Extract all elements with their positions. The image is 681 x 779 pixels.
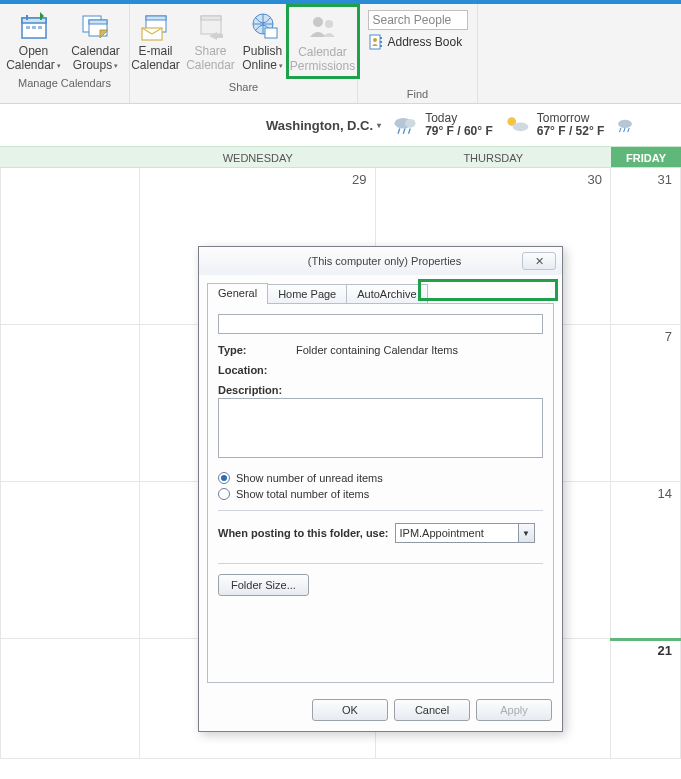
calendar-cell[interactable]: 21	[611, 639, 681, 759]
calendar-cell[interactable]	[0, 168, 140, 325]
share-calendar-button: Share Calendar	[184, 6, 238, 79]
date-number: 30	[588, 172, 602, 187]
calendar-cell[interactable]: 31	[611, 168, 681, 325]
svg-rect-20	[380, 37, 382, 39]
weather-today: Today 79° F / 60° F	[391, 112, 493, 138]
date-number: 7	[665, 329, 672, 344]
svg-line-27	[403, 129, 405, 134]
date-number: 29	[352, 172, 366, 187]
partly-cloudy-icon	[503, 114, 531, 136]
day-header-wed: WEDNESDAY	[140, 147, 376, 167]
tab-autoarchive[interactable]: AutoArchive	[346, 284, 427, 304]
svg-rect-5	[32, 26, 36, 29]
svg-line-34	[628, 128, 629, 132]
radio-unread-items[interactable]: Show number of unread items	[218, 472, 543, 484]
calendar-groups-icon	[80, 10, 112, 42]
svg-rect-6	[38, 26, 42, 29]
calendar-permissions-label: Calendar Permissions	[290, 45, 355, 74]
dropdown-icon: ▼	[518, 524, 534, 542]
calendar-groups-label: Calendar Groups	[71, 44, 120, 72]
calendar-permissions-button: Calendar Permissions	[286, 4, 360, 79]
dialog-tabs: General Home Page AutoArchive	[207, 281, 554, 303]
weather-location[interactable]: Washington, D.C. ▾	[266, 118, 381, 133]
svg-point-23	[373, 38, 377, 42]
svg-point-17	[313, 17, 323, 27]
ok-button[interactable]: OK	[312, 699, 388, 721]
radio-unread-label: Show number of unread items	[236, 472, 383, 484]
email-calendar-icon	[140, 10, 172, 42]
svg-rect-21	[380, 41, 382, 43]
svg-rect-14	[201, 16, 221, 20]
dropdown-icon: ▾	[114, 62, 118, 69]
svg-rect-22	[380, 45, 382, 47]
tab-home-page[interactable]: Home Page	[267, 284, 347, 304]
publish-online-icon	[247, 10, 279, 42]
svg-point-25	[405, 119, 416, 128]
open-calendar-button[interactable]: Open Calendar▾	[3, 6, 65, 75]
dialog-titlebar[interactable]: (This computer only) Properties ✕	[199, 247, 562, 275]
date-number: 14	[658, 486, 672, 501]
close-icon: ✕	[535, 255, 544, 268]
day-header-thu: THURSDAY	[376, 147, 612, 167]
radio-icon	[218, 488, 230, 500]
posting-value: IPM.Appointment	[396, 524, 518, 542]
folder-size-button[interactable]: Folder Size...	[218, 574, 309, 596]
tab-panel-general: Type: Folder containing Calendar Items L…	[207, 303, 554, 683]
svg-line-33	[624, 128, 625, 132]
share-calendar-label: Share Calendar	[186, 44, 235, 73]
cancel-button[interactable]: Cancel	[394, 699, 470, 721]
email-calendar-button[interactable]: E-mail Calendar	[128, 6, 184, 79]
svg-line-26	[398, 129, 400, 134]
search-people-input[interactable]: Search People	[368, 10, 468, 30]
publish-online-label: Publish Online	[242, 44, 282, 72]
dropdown-icon: ▾	[377, 121, 381, 130]
dialog-title: (This computer only) Properties	[207, 255, 522, 267]
posting-label: When posting to this folder, use:	[218, 527, 389, 539]
address-book-icon	[368, 34, 384, 50]
tab-general[interactable]: General	[207, 283, 268, 304]
calendar-cell[interactable]	[0, 325, 140, 482]
type-label: Type:	[218, 344, 288, 356]
address-book-button[interactable]: Address Book	[368, 32, 468, 52]
svg-rect-4	[26, 26, 30, 29]
highlight-marker	[418, 279, 558, 301]
svg-line-28	[409, 129, 411, 134]
ribbon: Open Calendar▾ Calendar Groups▾ Manage C…	[0, 4, 681, 104]
svg-line-32	[620, 128, 621, 132]
calendar-cell[interactable]: 7	[611, 325, 681, 482]
group-share-label: Share	[229, 79, 258, 96]
radio-total-label: Show total number of items	[236, 488, 369, 500]
calendar-cell[interactable]	[0, 639, 140, 759]
svg-point-30	[512, 122, 528, 131]
dropdown-icon: ▾	[279, 62, 283, 69]
date-number: 21	[658, 643, 672, 658]
type-value: Folder containing Calendar Items	[296, 344, 458, 356]
date-number: 31	[658, 172, 672, 187]
folder-name-input[interactable]	[218, 314, 543, 334]
properties-dialog: (This computer only) Properties ✕ Genera…	[198, 246, 563, 732]
svg-rect-16	[265, 28, 277, 38]
day-header	[0, 147, 140, 167]
description-input[interactable]	[218, 398, 543, 458]
calendar-groups-button[interactable]: Calendar Groups▾	[65, 6, 127, 75]
calendar-cell[interactable]	[0, 482, 140, 639]
svg-point-18	[325, 20, 333, 28]
share-calendar-icon	[195, 10, 227, 42]
radio-total-items[interactable]: Show total number of items	[218, 488, 543, 500]
day-header-row: WEDNESDAY THURSDAY FRIDAY	[0, 146, 681, 168]
group-manage-label: Manage Calendars	[18, 75, 111, 92]
open-calendar-label: Open Calendar	[6, 44, 55, 72]
weather-location-label: Washington, D.C.	[266, 118, 373, 133]
radio-icon	[218, 472, 230, 484]
group-find-label: Find	[407, 86, 428, 103]
posting-form-select[interactable]: IPM.Appointment ▼	[395, 523, 535, 543]
dropdown-icon: ▾	[57, 62, 61, 69]
weather-bar: Washington, D.C. ▾ Today 79° F / 60° F T…	[260, 104, 681, 146]
svg-point-31	[619, 120, 633, 128]
svg-rect-2	[26, 15, 28, 20]
close-button[interactable]: ✕	[522, 252, 556, 270]
address-book-label: Address Book	[388, 35, 463, 49]
publish-online-button[interactable]: Publish Online▾	[238, 6, 288, 79]
description-label: Description:	[218, 384, 282, 396]
calendar-cell[interactable]: 14	[611, 482, 681, 639]
